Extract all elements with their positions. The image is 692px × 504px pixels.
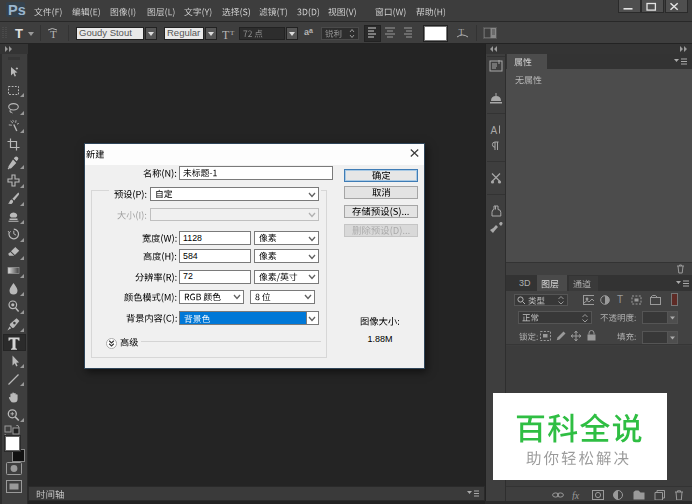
svg-text:T: T <box>459 27 465 37</box>
svg-text:A: A <box>491 125 498 136</box>
svg-text:T: T <box>230 29 235 37</box>
svg-text:fx: fx <box>572 490 580 500</box>
svg-text:T: T <box>222 28 230 40</box>
